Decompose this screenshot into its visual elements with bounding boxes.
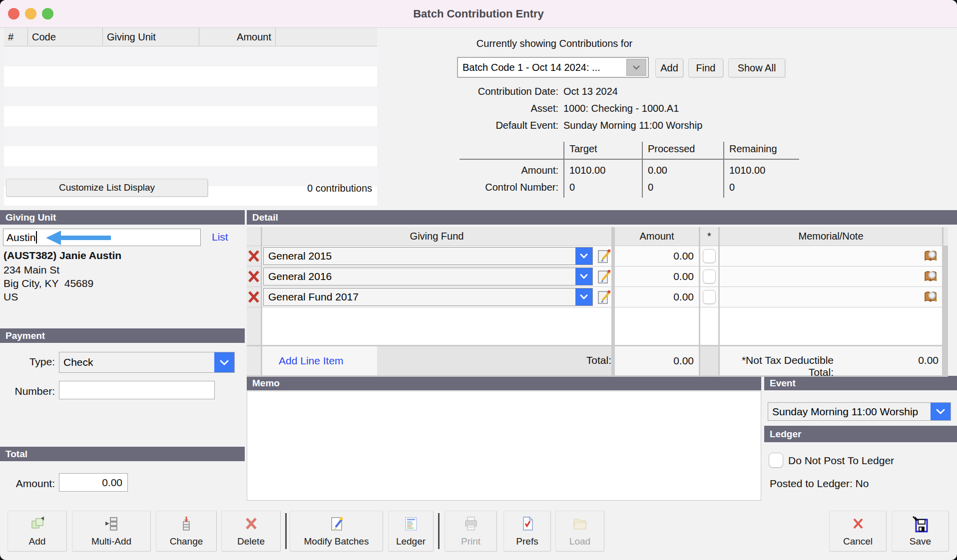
memo-textarea[interactable] [247, 391, 761, 501]
chevron-down-icon[interactable] [214, 352, 234, 372]
list-row [4, 106, 377, 126]
edit-fund-icon[interactable] [594, 247, 614, 265]
col-amount[interactable]: Amount [199, 28, 276, 46]
window-title: Batch Contribution Entry [0, 0, 957, 27]
fund-select[interactable]: General 2016 [263, 268, 593, 285]
detail-col-amount: Amount [615, 227, 699, 246]
save-button[interactable]: Save [892, 511, 949, 552]
not-tax-deductible-checkbox[interactable] [700, 287, 718, 307]
detail-section-bar: Detail [247, 210, 957, 225]
list-row [4, 86, 377, 106]
add-line-item-link[interactable]: Add Line Item [279, 355, 344, 367]
summary-col-remaining: Remaining [729, 143, 777, 155]
payment-number-label: Number: [0, 385, 55, 397]
summary-vline [563, 142, 564, 198]
col-code[interactable]: Code [28, 28, 103, 46]
empty-memorial-cell [720, 307, 942, 345]
print-button[interactable]: Print [445, 511, 497, 552]
summary-control-remaining: 0 [729, 182, 735, 193]
fund-select[interactable]: General Fund 2017 [263, 288, 593, 306]
batch-contribution-entry-window: Batch Contribution Entry # Code Giving U… [0, 0, 957, 560]
empty-amount-cell [615, 307, 699, 345]
total-amount-input[interactable]: 0.00 [59, 473, 128, 492]
summary-vline [723, 142, 724, 198]
chevron-down-icon[interactable] [626, 59, 646, 76]
default-event-value: Sunday Morning 11:00 Worship [563, 120, 702, 131]
summary-vline [642, 142, 643, 198]
ledger-icon [403, 516, 419, 534]
text-caret [36, 231, 37, 244]
col-number[interactable]: # [4, 28, 28, 46]
do-not-post-checkbox[interactable] [769, 453, 783, 468]
memorial-cell[interactable] [720, 267, 942, 286]
delete-row-icon[interactable] [247, 287, 261, 307]
not-tax-deductible-checkbox[interactable] [700, 246, 718, 266]
chevron-down-icon[interactable] [575, 288, 592, 305]
print-icon [463, 516, 479, 534]
annotation-arrow-icon [46, 229, 112, 248]
edit-fund-icon[interactable] [594, 268, 614, 285]
asset-value: 1000: Checking - 1000.A1 [563, 103, 679, 114]
total-amount-label: Amount: [0, 478, 55, 490]
add-button[interactable]: Add [7, 511, 67, 552]
amount-cell[interactable]: 0.00 [615, 267, 699, 286]
summary-divider [460, 159, 799, 160]
multi-add-button[interactable]: Multi-Add [72, 511, 151, 552]
payment-type-select[interactable]: Check [59, 352, 235, 373]
fund-value: General 2015 [264, 250, 575, 262]
summary-control-processed: 0 [648, 182, 653, 193]
ntd-total-label: *Not Tax Deductible Total: [721, 354, 834, 378]
title-bar: Batch Contribution Entry [0, 0, 957, 28]
delete-button[interactable]: Delete [221, 511, 281, 552]
not-tax-deductible-checkbox[interactable] [700, 267, 718, 286]
contribution-date-label: Contribution Date: [450, 86, 558, 97]
toolbar-separator [285, 513, 287, 549]
summary-amount-label: Amount: [450, 165, 558, 176]
giving-unit-list-link[interactable]: List [212, 231, 228, 243]
col-giving-unit[interactable]: Giving Unit [103, 28, 199, 46]
empty-row-gutter [247, 307, 261, 345]
payment-type-value: Check [59, 356, 214, 368]
amount-cell[interactable]: 0.00 [615, 246, 699, 266]
giving-unit-address2: Big City, KY 45689 [3, 278, 93, 289]
event-select[interactable]: Sunday Morning 11:00 Worship [768, 402, 951, 421]
cancel-button[interactable]: Cancel [829, 511, 887, 552]
asset-label: Asset: [450, 103, 558, 114]
amount-cell[interactable]: 0.00 [615, 287, 699, 307]
payment-number-input[interactable] [59, 381, 215, 399]
load-button[interactable]: Load [555, 511, 604, 552]
modify-batches-button[interactable]: Modify Batches [290, 511, 383, 552]
giving-unit-section-bar: Giving Unit [0, 210, 245, 225]
batch-select-value: Batch Code 1 - Oct 14 2024: ... [458, 62, 626, 73]
delete-row-icon[interactable] [247, 267, 261, 286]
memo-section-bar: Memo [247, 376, 761, 390]
show-all-button[interactable]: Show All [728, 58, 785, 77]
ledger-button[interactable]: Ledger [388, 511, 434, 552]
memorial-cell[interactable] [720, 287, 942, 307]
contribution-count: 0 contributions [270, 183, 410, 194]
list-row [4, 46, 377, 66]
summary-col-processed: Processed [648, 143, 695, 155]
prefs-button[interactable]: Prefs [503, 511, 551, 552]
giving-unit-search-value: Austin [6, 232, 35, 244]
customize-list-display-button[interactable]: Customize List Display [6, 179, 208, 197]
delete-row-icon[interactable] [247, 246, 261, 266]
fund-select[interactable]: General 2015 [263, 247, 593, 265]
chevron-down-icon[interactable] [931, 403, 951, 420]
change-button[interactable]: Change [156, 511, 217, 552]
memorial-lookup-icon [923, 290, 938, 304]
modify-batches-icon [329, 516, 345, 534]
detail-col-delete [247, 227, 261, 246]
add-line-item-cell[interactable]: Add Line Item [262, 346, 377, 375]
chevron-down-icon[interactable] [575, 248, 592, 265]
cancel-icon [850, 516, 866, 534]
edit-fund-icon[interactable] [594, 288, 614, 306]
memorial-lookup-icon [923, 249, 938, 263]
find-batch-button[interactable]: Find [688, 58, 723, 77]
save-icon [912, 516, 929, 535]
add-batch-button[interactable]: Add [655, 58, 683, 77]
giving-unit-name: (AUST382) Janie Austin [3, 250, 121, 262]
batch-select[interactable]: Batch Code 1 - Oct 14 2024: ... [457, 57, 649, 78]
memorial-cell[interactable] [720, 246, 942, 266]
chevron-down-icon[interactable] [575, 268, 592, 285]
